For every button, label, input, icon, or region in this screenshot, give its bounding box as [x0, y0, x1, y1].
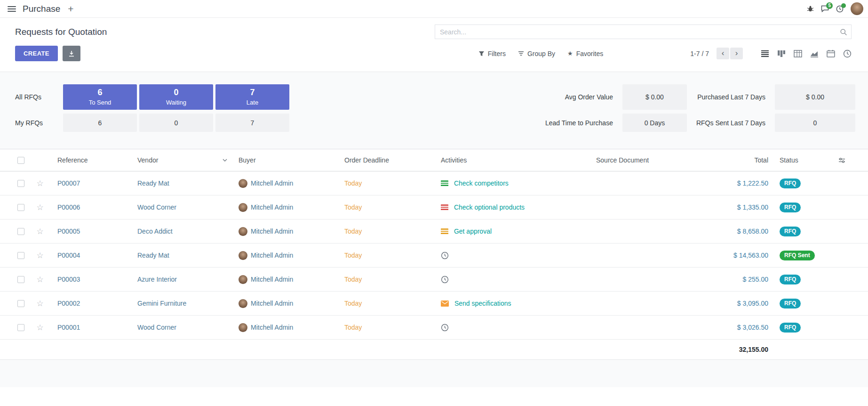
buyer-link[interactable]: Mitchell Admin	[251, 324, 293, 331]
activity-link[interactable]: Send specifications	[454, 300, 511, 308]
to-send-card[interactable]: 6 To Send	[63, 84, 137, 110]
favorites-button[interactable]: ★ Favorites	[567, 50, 603, 57]
row-checkbox[interactable]	[17, 324, 24, 331]
waiting-card[interactable]: 0 Waiting	[139, 84, 213, 110]
activity-clock-icon[interactable]	[441, 324, 449, 332]
reference-link[interactable]: P00003	[57, 276, 80, 283]
app-name[interactable]: Purchase	[23, 4, 60, 14]
row-checkbox[interactable]	[17, 180, 24, 187]
activity-list-icon[interactable]	[441, 228, 448, 235]
column-header-vendor[interactable]: Vendor	[132, 149, 233, 171]
favorite-star-icon[interactable]: ☆	[36, 227, 43, 236]
vendor-link[interactable]: Azure Interior	[137, 276, 177, 283]
favorite-star-icon[interactable]: ☆	[36, 203, 43, 212]
row-checkbox[interactable]	[17, 204, 24, 211]
apps-menu-icon[interactable]	[8, 6, 16, 12]
group-by-button[interactable]: Group By	[518, 50, 555, 57]
column-header-source-document[interactable]: Source Document	[590, 149, 706, 171]
row-checkbox[interactable]	[17, 228, 24, 235]
favorite-star-icon[interactable]: ☆	[36, 251, 43, 260]
late-card[interactable]: 7 Late	[215, 84, 289, 110]
total-amount: $ 14,563.00	[733, 252, 768, 259]
column-header-activities[interactable]: Activities	[435, 149, 590, 171]
row-checkbox[interactable]	[17, 252, 24, 259]
create-button[interactable]: CREATE	[15, 46, 58, 61]
vendor-link[interactable]: Gemini Furniture	[137, 300, 186, 307]
row-checkbox[interactable]	[17, 300, 24, 307]
table-row[interactable]: ☆ P00003 Azure Interior Mitchell Admin T…	[0, 268, 868, 292]
activity-link[interactable]: Check competitors	[454, 180, 509, 187]
status-cell: RFQ	[774, 171, 833, 195]
search-input[interactable]	[435, 25, 851, 39]
all-rfqs-label[interactable]: All RFQs	[15, 84, 61, 110]
pager-previous-button[interactable]: ‹	[717, 48, 729, 59]
reference-link[interactable]: P00002	[57, 300, 80, 307]
quick-add-icon[interactable]: +	[68, 4, 73, 14]
table-row[interactable]: ☆ P00001 Wood Corner Mitchell Admin Toda…	[0, 316, 868, 340]
buyer-link[interactable]: Mitchell Admin	[251, 300, 293, 307]
debug-bug-icon[interactable]	[807, 5, 814, 12]
pager-next-button[interactable]: ›	[730, 48, 743, 59]
column-header-total[interactable]: Total	[706, 149, 774, 171]
activity-clock-icon[interactable]	[441, 276, 449, 284]
messages-icon[interactable]: 5	[821, 5, 829, 12]
export-all-button[interactable]	[63, 46, 80, 61]
my-rfqs-label[interactable]: My RFQs	[15, 114, 61, 132]
kanban-view-button[interactable]	[777, 50, 786, 57]
my-late-card[interactable]: 7	[215, 114, 289, 132]
activities-systray-icon[interactable]	[836, 5, 844, 13]
activity-view-button[interactable]	[843, 49, 852, 58]
activity-clock-icon[interactable]	[441, 252, 449, 260]
graph-view-button[interactable]	[810, 50, 819, 57]
filters-button[interactable]: Filters	[478, 50, 506, 57]
activity-email-icon[interactable]	[441, 300, 449, 307]
pivot-view-button[interactable]	[794, 50, 802, 57]
favorite-star-icon[interactable]: ☆	[36, 299, 43, 308]
vendor-link[interactable]: Ready Mat	[137, 252, 169, 259]
reference-link[interactable]: P00004	[57, 252, 80, 259]
my-waiting-card[interactable]: 0	[139, 114, 213, 132]
activity-list-icon[interactable]	[441, 180, 448, 187]
vendor-link[interactable]: Wood Corner	[137, 324, 176, 331]
page-title: Requests for Quotation	[15, 25, 107, 39]
buyer-link[interactable]: Mitchell Admin	[251, 179, 293, 187]
row-checkbox[interactable]	[17, 276, 24, 283]
column-header-reference[interactable]: Reference	[52, 149, 132, 171]
activity-list-icon[interactable]	[441, 204, 448, 211]
row-checkbox-cell	[0, 244, 28, 268]
favorite-star-icon[interactable]: ☆	[36, 323, 43, 332]
select-all-checkbox[interactable]	[17, 157, 24, 164]
calendar-view-button[interactable]	[827, 49, 835, 57]
table-row[interactable]: ☆ P00006 Wood Corner Mitchell Admin Toda…	[0, 195, 868, 219]
vendor-link[interactable]: Ready Mat	[137, 179, 169, 187]
reference-link[interactable]: P00007	[57, 179, 80, 187]
table-row[interactable]: ☆ P00005 Deco Addict Mitchell Admin Toda…	[0, 219, 868, 244]
favorite-star-icon[interactable]: ☆	[36, 275, 43, 284]
table-row[interactable]: ☆ P00007 Ready Mat Mitchell Admin Today …	[0, 171, 868, 195]
buyer-link[interactable]: Mitchell Admin	[251, 203, 293, 211]
favorites-label: Favorites	[576, 50, 604, 57]
buyer-link[interactable]: Mitchell Admin	[251, 227, 293, 235]
optional-columns-button[interactable]	[833, 149, 868, 171]
table-row[interactable]: ☆ P00002 Gemini Furniture Mitchell Admin…	[0, 292, 868, 316]
activity-link[interactable]: Get approval	[454, 228, 492, 235]
column-header-buyer[interactable]: Buyer	[233, 149, 339, 171]
table-row[interactable]: ☆ P00004 Ready Mat Mitchell Admin Today …	[0, 244, 868, 268]
favorite-star-icon[interactable]: ☆	[36, 179, 43, 188]
view-switcher	[761, 49, 852, 58]
buyer-link[interactable]: Mitchell Admin	[251, 276, 293, 283]
vendor-link[interactable]: Wood Corner	[137, 203, 176, 211]
reference-link[interactable]: P00005	[57, 227, 80, 235]
reference-link[interactable]: P00001	[57, 324, 80, 331]
column-header-status[interactable]: Status	[774, 149, 833, 171]
buyer-link[interactable]: Mitchell Admin	[251, 252, 293, 259]
list-view-button[interactable]	[761, 50, 769, 57]
activity-link[interactable]: Check optional products	[454, 204, 525, 211]
search-icon[interactable]	[840, 28, 847, 36]
column-header-order-deadline[interactable]: Order Deadline	[339, 149, 435, 171]
my-to-send-card[interactable]: 6	[63, 114, 137, 132]
user-avatar[interactable]	[851, 2, 863, 15]
search-box[interactable]	[435, 24, 852, 39]
vendor-link[interactable]: Deco Addict	[137, 227, 173, 235]
reference-link[interactable]: P00006	[57, 203, 80, 211]
